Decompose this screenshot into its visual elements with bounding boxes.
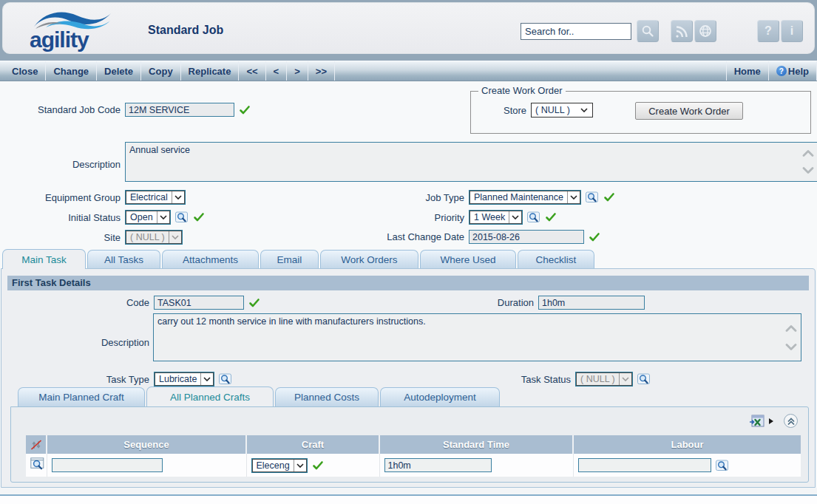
priority-value: 1 Week <box>470 211 509 223</box>
chevron-down-icon <box>172 191 184 203</box>
labour-input[interactable] <box>578 458 711 472</box>
scroll-down-icon[interactable] <box>785 344 797 350</box>
craft-select[interactable]: Eleceng <box>251 458 308 473</box>
expand-arrow-icon[interactable] <box>769 418 773 424</box>
subtab-autodeployment[interactable]: Autodeployment <box>380 387 500 406</box>
help-link-label: Help <box>788 66 809 77</box>
web-button[interactable] <box>694 20 716 42</box>
next-record-button[interactable]: > <box>287 61 308 81</box>
previous-record-button[interactable]: < <box>266 61 288 81</box>
create-work-order-legend: Create Work Order <box>478 85 566 96</box>
standard-time-input[interactable] <box>384 458 492 472</box>
description-text: Annual service <box>129 145 190 155</box>
duration-label: Duration <box>386 297 534 308</box>
task-status-value: ( NULL ) <box>577 373 619 385</box>
tab-where-used[interactable]: Where Used <box>420 250 516 269</box>
job-type-select[interactable]: Planned Maintenance <box>469 190 581 205</box>
tab-main-task[interactable]: Main Task <box>2 249 86 269</box>
chevron-down-icon <box>200 373 213 385</box>
lookup-icon[interactable] <box>219 373 232 385</box>
page-title: Standard Job <box>148 24 223 37</box>
duration-input[interactable] <box>538 296 645 310</box>
main-content: Standard Job Code Create Work Order Stor… <box>0 81 817 504</box>
info-icon: i <box>790 24 793 38</box>
last-change-date-input[interactable] <box>469 230 584 244</box>
priority-label: Priority <box>344 212 464 223</box>
scroll-down-icon[interactable] <box>802 167 814 174</box>
collapse-button[interactable] <box>784 414 798 428</box>
excel-export-icon[interactable] <box>749 415 765 428</box>
description-textarea[interactable]: Annual service <box>125 142 817 182</box>
tab-checklist[interactable]: Checklist <box>518 250 594 269</box>
lookup-icon[interactable] <box>175 211 189 223</box>
valid-check-icon <box>239 104 251 116</box>
equipment-group-label: Equipment Group <box>0 192 121 203</box>
chevron-down-icon <box>619 373 631 385</box>
rss-icon <box>675 24 688 38</box>
sequence-input[interactable] <box>52 458 163 472</box>
col-sequence: Sequence <box>47 435 246 454</box>
help-button[interactable]: ? <box>757 20 779 42</box>
collapse-icon <box>786 416 796 426</box>
bottom-margin <box>0 496 817 504</box>
valid-check-icon <box>603 191 615 203</box>
sort-disabled-header[interactable] <box>26 435 47 454</box>
priority-select[interactable]: 1 Week <box>469 210 523 225</box>
task-description-textarea[interactable]: carry out 12 month service in line with … <box>153 313 801 361</box>
subtab-planned-costs[interactable]: Planned Costs <box>275 387 379 406</box>
main-task-panel: First Task Details Code Duration Descrip… <box>1 268 816 488</box>
standard-job-code-label: Standard Job Code <box>0 104 121 115</box>
first-record-button[interactable]: << <box>239 61 265 81</box>
task-type-select[interactable]: Lubricate <box>154 372 214 386</box>
info-button[interactable]: i <box>781 20 803 42</box>
create-work-order-button[interactable]: Create Work Order <box>635 102 743 120</box>
delete-button[interactable]: Delete <box>97 61 141 81</box>
lookup-icon[interactable] <box>586 191 599 203</box>
change-button[interactable]: Change <box>46 61 97 81</box>
feed-button[interactable] <box>671 20 693 42</box>
create-work-order-group: Create Work Order Store ( NULL ) Create … <box>470 91 811 134</box>
col-standard-time: Standard Time <box>379 435 573 454</box>
initial-status-label: Initial Status <box>0 212 121 223</box>
close-button[interactable]: Close <box>4 61 46 81</box>
globe-icon <box>699 24 712 38</box>
tab-email[interactable]: Email <box>260 250 319 269</box>
task-status-label: Task Status <box>423 374 571 385</box>
top-chrome: agility Standard Job ? i Close Change De… <box>0 0 817 81</box>
craft-subtabs: Main Planned Craft All Planned Crafts Pl… <box>18 386 500 406</box>
subtab-all-planned-crafts[interactable]: All Planned Crafts <box>146 386 274 406</box>
row-lookup-icon[interactable] <box>30 457 45 470</box>
scroll-up-icon[interactable] <box>785 325 797 332</box>
task-code-input[interactable] <box>154 296 244 310</box>
lookup-icon[interactable] <box>527 211 540 223</box>
subtab-main-planned-craft[interactable]: Main Planned Craft <box>18 387 145 406</box>
standard-job-code-input[interactable] <box>125 103 234 117</box>
search-input[interactable] <box>521 23 631 40</box>
col-labour: Labour <box>573 435 801 454</box>
last-record-button[interactable]: >> <box>308 61 335 81</box>
search-button[interactable] <box>637 20 659 42</box>
all-planned-crafts-panel: Sequence Craft Standard Time Labour Elec… <box>10 406 809 483</box>
site-label: Site <box>0 232 121 243</box>
lookup-icon[interactable] <box>637 373 651 385</box>
sort-disabled-icon <box>30 439 42 451</box>
home-button[interactable]: Home <box>726 61 769 81</box>
help-link[interactable]: ? Help <box>769 61 817 81</box>
tab-all-tasks[interactable]: All Tasks <box>87 250 160 269</box>
chevron-down-icon <box>576 103 592 117</box>
tab-work-orders[interactable]: Work Orders <box>320 250 418 269</box>
equipment-group-value: Electrical <box>126 191 172 203</box>
store-select-value: ( NULL ) <box>532 103 576 117</box>
site-select: ( NULL ) <box>125 230 183 245</box>
tab-attachments[interactable]: Attachments <box>162 250 259 269</box>
initial-status-select[interactable]: Open <box>125 210 171 225</box>
store-select[interactable]: ( NULL ) <box>531 103 593 118</box>
copy-button[interactable]: Copy <box>141 61 181 81</box>
chevron-down-icon <box>294 460 306 471</box>
svg-text:agility: agility <box>30 27 89 52</box>
scroll-up-icon[interactable] <box>802 150 814 157</box>
task-code-label: Code <box>1 297 149 308</box>
equipment-group-select[interactable]: Electrical <box>125 190 186 205</box>
lookup-icon[interactable] <box>716 460 729 471</box>
replicate-button[interactable]: Replicate <box>181 61 240 81</box>
